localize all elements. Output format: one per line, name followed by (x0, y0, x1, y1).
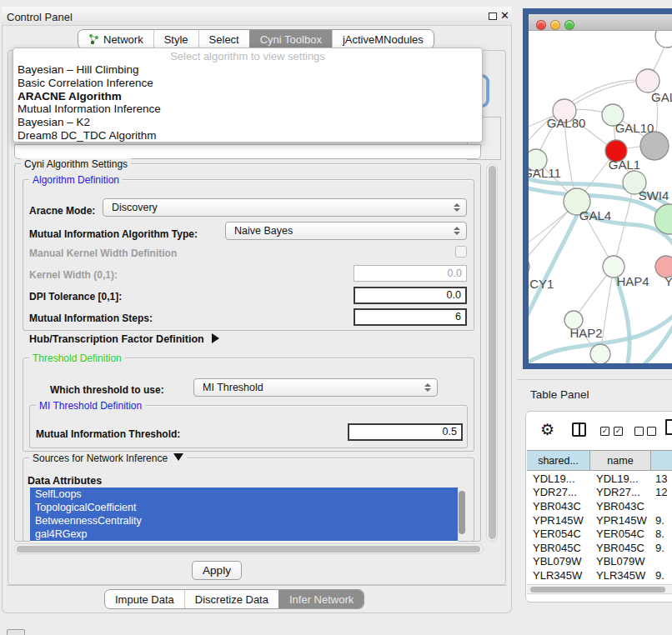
tab-select[interactable]: Select (198, 30, 249, 48)
tab-jactivemnodules-label: jActiveMNodules (343, 33, 424, 46)
tab-impute-data[interactable]: Impute Data (105, 590, 184, 608)
table-cell: YPR145W (527, 514, 590, 527)
algorithm-option[interactable]: Dream8 DC_TDC Algorithm (13, 129, 482, 142)
network-node[interactable] (655, 31, 672, 48)
dpi-tolerance-field[interactable]: 0.0 (354, 287, 467, 304)
control-panel-title: Control Panel (7, 11, 73, 23)
attribute-list-item[interactable]: SelfLoops (30, 488, 458, 501)
hub-factor-expander-label: Hub/Transcription Factor Definition (29, 333, 204, 345)
table-horizontal-scrollbar-thumb[interactable] (530, 587, 665, 592)
algorithm-option[interactable]: Bayesian – K2 (13, 116, 482, 129)
combo-arrows-icon (454, 203, 460, 212)
expand-right-icon (212, 333, 219, 343)
tab-impute-data-label: Impute Data (115, 593, 174, 606)
table-row[interactable]: YPR145WYPR145W9. (527, 513, 672, 528)
mi-steps-field[interactable]: 6 (354, 308, 467, 326)
column-header-name[interactable]: name (590, 451, 651, 470)
mi-type-combo[interactable]: Naive Bayes (225, 222, 467, 240)
settings-horizontal-scrollbar-thumb[interactable] (17, 546, 480, 552)
data-attributes-list: SelfLoopsTopologicalCoefficientBetweenne… (30, 488, 458, 542)
close-traffic-light[interactable] (536, 20, 546, 30)
tab-select-label: Select (209, 33, 239, 46)
algorithm-option[interactable]: Bayesian – Hill Climbing (13, 63, 482, 77)
document-icon[interactable] (665, 419, 672, 435)
table-cell: 9. (651, 542, 672, 554)
aracne-mode-label: Aracne Mode: (29, 205, 95, 217)
control-panel-tabbar: Network Style Select Cyni Toolbox jActiv… (78, 29, 434, 49)
tab-discretize-data[interactable]: Discretize Data (184, 590, 278, 608)
network-node[interactable] (529, 256, 529, 278)
network-canvas[interactable]: GALGAL80GAL10GAL1GAL11SWI4GAL4GCY1HAP4YH… (529, 31, 672, 363)
tab-jactivemnodules[interactable]: jActiveMNodules (332, 30, 434, 48)
mi-threshold-field[interactable]: 0.5 (348, 423, 463, 441)
table-row[interactable]: YLR345WYLR345W9. (527, 568, 672, 582)
network-icon (88, 33, 99, 45)
network-node-label: HAP2 (569, 326, 602, 340)
attribute-list-item[interactable]: BetweennessCentrality (30, 514, 458, 528)
network-node[interactable] (590, 344, 610, 363)
column-header-shared-name[interactable]: shared... (527, 451, 590, 470)
settings-vertical-scrollbar-thumb[interactable] (489, 166, 496, 539)
algorithm-option[interactable]: ARACNE Algorithm (13, 90, 482, 103)
table-cell: YER054C (527, 528, 590, 540)
unchecked-checkbox-icon[interactable] (647, 427, 656, 436)
split-columns-icon[interactable] (572, 422, 586, 437)
network-node[interactable] (640, 132, 669, 160)
close-icon[interactable]: ✕ (500, 9, 509, 22)
which-threshold-combo[interactable]: MI Threshold (193, 378, 438, 397)
mi-threshold-group-title: MI Threshold Definition (36, 400, 145, 412)
minimize-traffic-light[interactable] (550, 20, 560, 30)
column-header-partial[interactable] (651, 451, 672, 470)
gear-icon[interactable]: ⚙ (540, 420, 554, 438)
apply-button[interactable]: Apply (192, 561, 242, 580)
tab-infer-network[interactable]: Infer Network (278, 590, 364, 608)
attribute-list-item[interactable]: gal4RGexp (30, 528, 458, 541)
float-window-icon[interactable] (489, 12, 497, 20)
attribute-list-item[interactable]: TopologicalCoefficient (30, 501, 458, 514)
network-node[interactable] (636, 69, 659, 92)
control-panel-titlebar (2, 7, 512, 26)
table-cell: YBL079W (527, 555, 590, 568)
kernel-width-field[interactable]: 0.0 (354, 265, 467, 282)
tab-cyni-toolbox-label: Cyni Toolbox (260, 33, 322, 46)
unchecked-checkbox-icon[interactable] (634, 427, 644, 436)
hub-factor-expander[interactable]: Hub/Transcription Factor Definition (29, 333, 219, 345)
tab-cyni-toolbox[interactable]: Cyni Toolbox (249, 30, 332, 48)
manual-kernel-label: Manual Kernel Width Definition (29, 248, 177, 259)
algorithm-options-list: Bayesian – Hill ClimbingBasic Correlatio… (13, 63, 482, 142)
table-panel-separator (517, 379, 672, 380)
sources-group-title-label: Sources for Network Inference (33, 452, 168, 464)
algorithm-option[interactable]: Basic Correlation Inference (13, 77, 482, 90)
table-row[interactable]: YER054CYER054C8. (527, 527, 672, 541)
sources-group-title[interactable]: Sources for Network Inference (29, 452, 187, 464)
table-cell: YLR345W (590, 569, 651, 582)
zoom-traffic-light[interactable] (564, 20, 574, 30)
table-row[interactable]: YDL19...YDL19...13 (527, 472, 672, 486)
cyni-settings-group-title: Cyni Algorithm Settings (21, 158, 131, 170)
aracne-mode-combo[interactable]: Discovery (103, 198, 467, 217)
tab-style[interactable]: Style (153, 30, 198, 48)
manual-kernel-checkbox[interactable] (455, 246, 467, 258)
algorithm-dropdown-popup: Select algorithm to view settings Bayesi… (13, 48, 483, 142)
cyni-bottom-tabbar: Impute Data Discretize Data Infer Networ… (104, 589, 364, 609)
table-cell: YBR043C (590, 500, 651, 512)
table-row[interactable]: YDR27...YDR27...12 (527, 486, 672, 500)
table-row[interactable]: YBL079WYBL079W (527, 555, 672, 569)
table-row[interactable]: YIL052CYIL052C9 (527, 582, 672, 583)
table-cell: 9. (651, 514, 672, 527)
table-cell: YPR145W (590, 514, 651, 527)
network-node-label: GAL1 (609, 158, 640, 172)
table-cell: YDL19... (527, 472, 590, 485)
table-row[interactable]: YBR043CYBR043C (527, 499, 672, 513)
table-header-row: shared... name (527, 450, 672, 471)
algorithm-option[interactable]: Mutual Information Inference (13, 102, 482, 116)
mi-steps-label: Mutual Information Steps: (29, 312, 153, 324)
tab-style-label: Style (164, 33, 188, 46)
table-cell: YDL19... (590, 472, 651, 485)
checked-checkbox-icon[interactable] (600, 427, 609, 436)
attributes-scrollbar-thumb[interactable] (459, 491, 465, 534)
tab-network[interactable]: Network (78, 30, 153, 48)
table-cell: 9. (651, 569, 672, 582)
checked-checkbox-icon[interactable] (614, 427, 623, 436)
table-row[interactable]: YBR045CYBR045C9. (527, 541, 672, 555)
